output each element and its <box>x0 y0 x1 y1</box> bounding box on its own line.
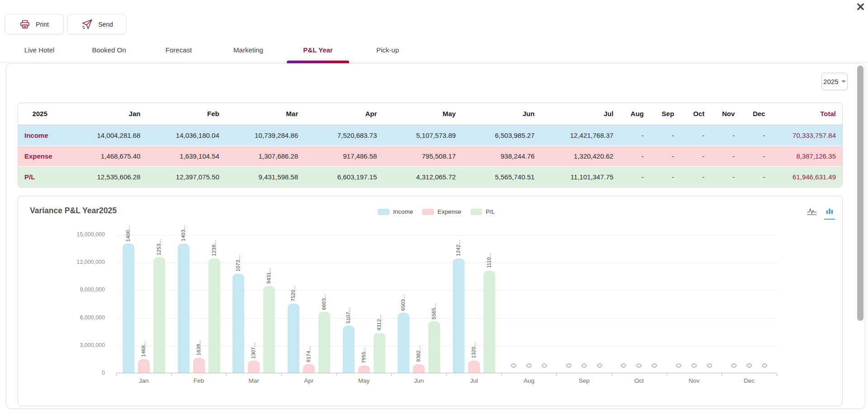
zero-value-marker <box>676 364 681 367</box>
x-axis-tick <box>667 373 667 376</box>
bar-value-label: 9174... <box>306 346 311 362</box>
x-axis-tick <box>226 373 227 376</box>
cell-total-expense: 8,387,126.35 <box>772 145 842 166</box>
pl-table-grid: 2025JanFebMarAprMayJunJulAugSepOctNovDec… <box>18 103 842 187</box>
x-axis-tick <box>171 373 172 376</box>
cell-value: 12,535,606.28 <box>68 166 147 187</box>
cell-value: 1,639,104.54 <box>147 145 225 166</box>
bar-pl-feb <box>209 258 220 373</box>
bar-income-jun <box>398 313 409 373</box>
x-axis-tick <box>391 373 392 376</box>
bar-value-label: 1320... <box>471 342 476 358</box>
column-header-may: May <box>383 103 462 125</box>
tab-bar: Live HotelBooked OnForecastMarketingP&L … <box>0 42 868 62</box>
tab-booked-on[interactable]: Booked On <box>74 42 144 62</box>
table-year-header: 2025 <box>18 103 68 125</box>
close-icon: ✕ <box>856 0 865 13</box>
zero-value-marker <box>652 364 657 367</box>
x-axis-tick <box>116 373 117 376</box>
tab-p-l-year[interactable]: P&L Year <box>283 42 353 62</box>
bar-value-label: 1242... <box>455 240 461 256</box>
bar-expense-jan <box>138 359 150 373</box>
bar-value-label: 1073... <box>235 255 241 272</box>
bar-expense-feb <box>193 358 205 373</box>
legend-item-pl: P/L <box>470 208 495 215</box>
y-axis-label: 3,000,000 <box>55 342 105 348</box>
cell-value: - <box>650 125 680 145</box>
cell-value: - <box>620 145 650 166</box>
bar-value-label: 5565... <box>431 303 436 319</box>
cell-value: - <box>741 166 772 187</box>
print-button-label: Print <box>36 21 49 28</box>
bar-value-label: 4312... <box>376 314 382 331</box>
legend-label: Expense <box>437 208 461 215</box>
year-select[interactable]: 2025 <box>821 73 848 90</box>
gridline <box>116 235 777 235</box>
x-axis-tick <box>556 373 557 376</box>
y-axis-label: 0 <box>55 370 105 376</box>
bar-expense-jun <box>413 364 425 373</box>
bar-value-label: 7955... <box>361 347 366 363</box>
tab-marketing[interactable]: Marketing <box>213 42 283 62</box>
cell-value: 7,520,683.73 <box>304 125 383 145</box>
cell-value: 795,508.17 <box>383 145 462 166</box>
cell-value: 9,431,598.58 <box>226 166 304 187</box>
x-axis-tick <box>777 373 777 376</box>
bar-expense-jul <box>468 361 480 373</box>
zero-value-marker <box>566 364 571 367</box>
y-axis-label: 9,000,000 <box>55 286 105 293</box>
column-header-jul: Jul <box>541 103 620 125</box>
bar-value-label: 7520... <box>290 285 296 301</box>
print-button[interactable]: Print <box>5 14 64 34</box>
x-axis-tick <box>337 373 337 376</box>
table-row-pl: P/L12,535,606.2812,397,075.509,431,598.5… <box>18 166 842 187</box>
cell-value: 6,503,985.27 <box>462 125 541 145</box>
table-body: Income14,004,281.6814,036,180.0410,739,2… <box>18 125 842 187</box>
bar-value-label: 6603... <box>321 294 327 310</box>
scrollbar-thumb[interactable] <box>857 66 863 321</box>
send-button[interactable]: Send <box>67 14 127 34</box>
x-axis-label-sep: Sep <box>556 377 612 384</box>
tab-pick-up[interactable]: Pick-up <box>353 42 422 62</box>
x-axis-tick <box>281 373 282 376</box>
bar-value-label: 5107... <box>346 307 351 324</box>
cell-value: - <box>680 125 711 145</box>
bar-expense-may <box>358 366 370 373</box>
cell-total-pl: 61,946,631.49 <box>772 166 842 187</box>
paper-plane-icon <box>81 19 93 30</box>
bar-income-may <box>343 326 355 373</box>
cell-value: - <box>620 125 650 145</box>
table-row-income: Income14,004,281.6814,036,180.0410,739,2… <box>18 125 842 145</box>
zero-value-marker <box>526 364 531 367</box>
zero-value-marker <box>731 364 736 367</box>
pl-table: 2025JanFebMarAprMayJunJulAugSepOctNovDec… <box>18 103 843 188</box>
bar-value-label: 1468... <box>141 341 146 357</box>
column-header-jun: Jun <box>462 103 541 125</box>
cell-value: 6,603,197.15 <box>304 166 383 187</box>
cell-value: 917,486.58 <box>304 145 383 166</box>
line-chart-icon[interactable] <box>806 206 818 220</box>
column-header-dec: Dec <box>741 103 772 125</box>
cell-value: - <box>741 145 772 166</box>
x-axis-label-aug: Aug <box>502 377 557 384</box>
x-axis-label-jan: Jan <box>116 377 171 384</box>
cell-value: - <box>741 125 772 145</box>
bar-value-label: 1307... <box>251 343 256 359</box>
tab-forecast[interactable]: Forecast <box>144 42 213 62</box>
cell-value: 938,244.76 <box>462 145 541 166</box>
cell-value: 12,397,075.50 <box>147 166 225 187</box>
zero-value-marker <box>707 364 712 367</box>
table-row-expense: Expense1,468,675.401,639,104.541,307,686… <box>18 145 842 166</box>
bar-chart-icon[interactable] <box>824 206 835 220</box>
close-button[interactable]: ✕ <box>856 0 865 14</box>
cell-value: 12,421,768.37 <box>541 125 620 145</box>
x-axis-tick <box>446 373 447 376</box>
cell-total-income: 70,333,757.84 <box>772 125 842 145</box>
bar-value-label: 1400... <box>125 225 131 242</box>
cell-value: - <box>620 166 650 187</box>
column-header-mar: Mar <box>226 103 304 125</box>
variance-chart-panel: Variance P&L Year2025 IncomeExpenseP/L <box>18 196 843 406</box>
tab-live-hotel[interactable]: Live Hotel <box>5 42 74 62</box>
row-label-pl: P/L <box>18 166 68 187</box>
chart-legend: IncomeExpenseP/L <box>378 208 495 215</box>
